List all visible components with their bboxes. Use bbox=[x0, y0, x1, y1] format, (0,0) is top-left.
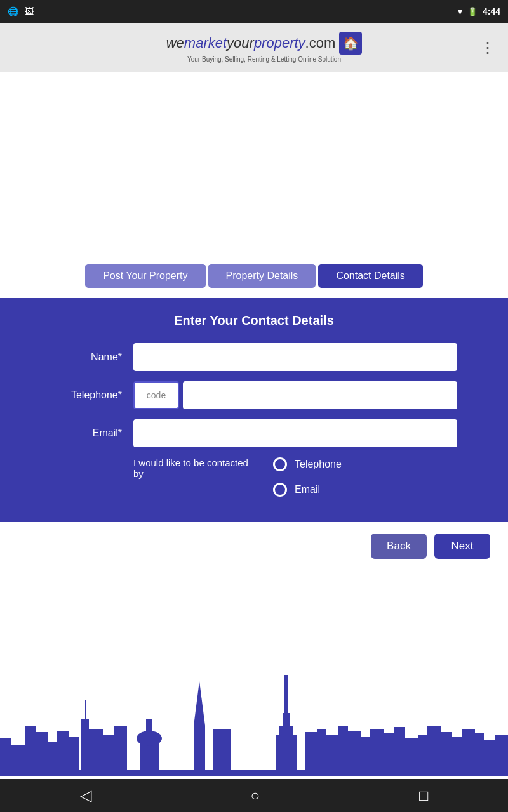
logo-subtitle: Your Buying, Selling, Renting & Letting … bbox=[187, 56, 341, 63]
name-row: Name* bbox=[0, 343, 508, 371]
cityscape bbox=[0, 662, 508, 779]
svg-rect-30 bbox=[384, 733, 394, 776]
radio-email[interactable] bbox=[273, 483, 287, 497]
status-bar-right: ▾ 🔋 4:44 bbox=[458, 6, 500, 16]
svg-rect-41 bbox=[0, 770, 508, 776]
logo-text: wemarketyourproperty.com bbox=[166, 35, 336, 51]
tab-property-details[interactable]: Property Details bbox=[208, 264, 316, 288]
contact-by-label: I would like to be contacted by bbox=[133, 457, 260, 479]
logo-your: your bbox=[227, 35, 254, 51]
radio-telephone-row[interactable]: Telephone bbox=[273, 457, 342, 471]
svg-rect-38 bbox=[475, 733, 484, 776]
email-row: Email* bbox=[0, 419, 508, 447]
status-bar-left: 🌐 🖼 bbox=[8, 6, 34, 16]
telephone-code-input[interactable]: code bbox=[133, 381, 179, 409]
back-button[interactable]: Back bbox=[371, 534, 427, 559]
email-input[interactable] bbox=[133, 419, 457, 447]
svg-rect-29 bbox=[370, 729, 384, 776]
bottom-nav: ◁ ○ □ bbox=[0, 779, 508, 812]
nav-home-button[interactable]: ○ bbox=[236, 782, 276, 809]
svg-rect-9 bbox=[85, 700, 86, 721]
logo-market: market bbox=[184, 35, 227, 51]
radio-email-row[interactable]: Email bbox=[273, 483, 342, 497]
svg-rect-15 bbox=[146, 719, 152, 740]
logo-area: wemarketyourproperty.com 🏠 Your Buying, … bbox=[48, 32, 480, 63]
svg-rect-27 bbox=[348, 731, 361, 776]
form-title: Enter Your Contact Details bbox=[0, 313, 508, 328]
status-bar: 🌐 🖼 ▾ 🔋 4:44 bbox=[0, 0, 508, 23]
contact-by-section: I would like to be contacted by Telephon… bbox=[0, 457, 508, 503]
name-label: Name* bbox=[51, 351, 133, 363]
svg-rect-16 bbox=[194, 726, 205, 776]
svg-rect-26 bbox=[338, 726, 348, 776]
svg-rect-35 bbox=[441, 732, 452, 776]
ad-space bbox=[0, 72, 508, 256]
header: wemarketyourproperty.com 🏠 Your Buying, … bbox=[0, 23, 508, 72]
telephone-row: Telephone* code bbox=[0, 381, 508, 409]
form-section: Enter Your Contact Details Name* Telepho… bbox=[0, 298, 508, 522]
app-icon-1: 🌐 bbox=[8, 6, 18, 16]
svg-rect-8 bbox=[81, 719, 89, 776]
logo-we: we bbox=[166, 35, 184, 51]
svg-rect-37 bbox=[462, 729, 475, 776]
svg-rect-10 bbox=[89, 729, 103, 776]
svg-rect-3 bbox=[25, 726, 36, 776]
nav-buttons: Back Next bbox=[0, 522, 508, 570]
wifi-icon: ▾ bbox=[458, 7, 462, 16]
email-label: Email* bbox=[51, 428, 133, 439]
logo-com: .com bbox=[305, 35, 336, 51]
next-button[interactable]: Next bbox=[434, 534, 490, 559]
logo-property: property bbox=[254, 35, 305, 51]
battery-icon: 🔋 bbox=[467, 7, 478, 16]
svg-rect-31 bbox=[394, 727, 405, 776]
app-icon-2: 🖼 bbox=[25, 6, 34, 16]
svg-rect-12 bbox=[114, 726, 127, 776]
name-input[interactable] bbox=[133, 343, 457, 371]
status-time: 4:44 bbox=[483, 6, 500, 16]
telephone-number-input[interactable] bbox=[183, 381, 457, 409]
radio-email-label: Email bbox=[295, 484, 320, 495]
tabs-bar: Post Your Property Property Details Cont… bbox=[0, 256, 508, 298]
logo-house-icon: 🏠 bbox=[339, 32, 362, 55]
nav-square-button[interactable]: □ bbox=[404, 782, 444, 809]
svg-rect-18 bbox=[213, 729, 231, 776]
tab-contact-details[interactable]: Contact Details bbox=[318, 264, 423, 288]
nav-back-button[interactable]: ◁ bbox=[65, 782, 107, 809]
svg-rect-4 bbox=[36, 732, 48, 776]
menu-icon[interactable]: ⋮ bbox=[480, 39, 495, 56]
svg-rect-34 bbox=[427, 726, 441, 776]
radio-telephone[interactable] bbox=[273, 457, 287, 471]
svg-rect-6 bbox=[57, 731, 69, 776]
telephone-label: Telephone* bbox=[51, 390, 133, 401]
tab-post-property[interactable]: Post Your Property bbox=[85, 264, 205, 288]
svg-rect-23 bbox=[305, 732, 318, 776]
svg-rect-24 bbox=[318, 729, 326, 776]
radio-telephone-label: Telephone bbox=[295, 459, 342, 470]
